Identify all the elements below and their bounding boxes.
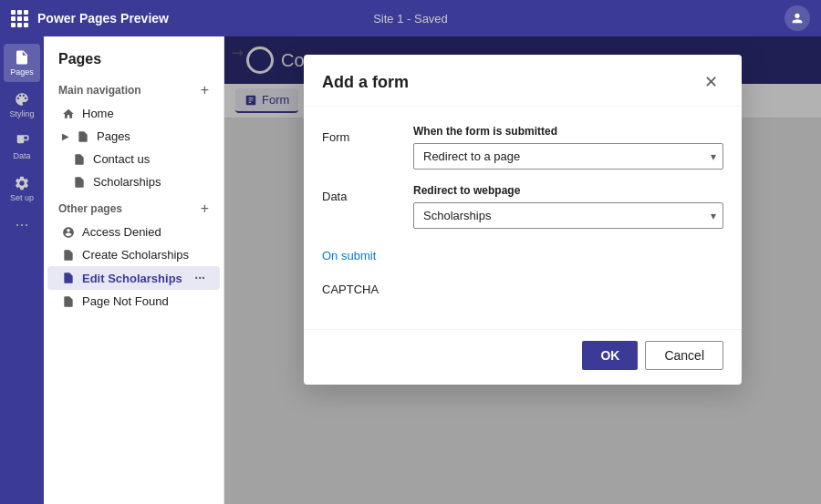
rail-styling-label: Styling [9,109,34,118]
sidebar-item-home-label: Home [82,107,114,120]
rail-data-label: Data [13,151,30,160]
form-row-form: Form When the form is submitted Redirect… [322,125,723,170]
app-title: Power Pages Preview [37,11,169,26]
icon-rail: Pages Styling Data Set up ··· [0,36,44,504]
form-label-data: Data [322,184,413,203]
form-field-when-submitted: When the form is submitted Redirect to a… [413,125,723,170]
other-pages-add-button[interactable]: + [201,201,209,217]
more-options-icon[interactable]: ··· [194,271,205,285]
sidebar-item-pages[interactable]: ▶ Pages [47,125,220,148]
rail-setup[interactable]: Set up [4,170,40,208]
scholarships-select-wrapper: ScholarshipsHomeContact usCreate Scholar… [413,202,723,229]
sidebar-item-scholarships[interactable]: Scholarships [47,170,220,193]
dialog-footer: OK Cancel [304,329,742,385]
content-area: ↗ Company name Home | Pages▾ | Contact u… [224,36,821,504]
main-layout: Pages Styling Data Set up ··· Pages Main… [0,36,821,504]
dialog-body: Form When the form is submitted Redirect… [304,107,742,329]
scholarships-select[interactable]: ScholarshipsHomeContact usCreate Scholar… [413,202,723,229]
sidebar-item-access-denied-label: Access Denied [82,225,161,239]
sidebar-item-create-scholarships[interactable]: Create Scholarships [47,243,220,266]
form-label-form: Form [322,125,413,144]
form-row-captcha: CAPTCHA [322,277,723,296]
form-row-on-submit: On submit [322,243,723,262]
rail-pages[interactable]: Pages [4,44,40,82]
main-nav-section: Main navigation + [44,75,223,102]
top-bar: Power Pages Preview Site 1 - Saved [0,0,821,36]
form-label-captcha: CAPTCHA [322,277,413,296]
sidebar-item-scholarships-label: Scholarships [93,175,161,189]
add-form-dialog: Add a form ✕ Form When the form is submi… [304,55,742,385]
sidebar-item-access-denied[interactable]: Access Denied [47,221,220,243]
dialog-header: Add a form ✕ [304,55,742,107]
chevron-right-icon: ▶ [62,131,69,141]
sidebar-item-page-not-found-label: Page Not Found [82,294,169,308]
dialog-title: Add a form [322,73,409,92]
rail-pages-label: Pages [10,67,34,77]
waffle-icon[interactable] [11,10,28,27]
other-pages-title: Other pages [58,202,122,215]
redirect-webpage-title: Redirect to webpage [413,184,723,197]
sidebar-item-home[interactable]: Home [47,102,220,125]
cancel-button[interactable]: Cancel [645,341,723,370]
rail-styling[interactable]: Styling [4,86,40,124]
sidebar-item-edit-scholarships-label: Edit Scholarships [82,272,182,285]
user-avatar[interactable] [785,5,810,31]
sidebar-item-edit-scholarships[interactable]: Edit Scholarships ··· [47,266,220,290]
sidebar-item-create-scholarships-label: Create Scholarships [82,248,189,262]
main-nav-add-button[interactable]: + [201,82,209,98]
sidebar-item-contact[interactable]: Contact us [47,148,220,170]
sidebar: Pages Main navigation + Home ▶ Pages Con… [44,36,224,504]
modal-overlay: Add a form ✕ Form When the form is submi… [224,36,821,504]
rail-data[interactable]: Data [4,128,40,166]
form-row-data: Data Redirect to webpage ScholarshipsHom… [322,184,723,229]
top-bar-left: Power Pages Preview [11,10,169,27]
sidebar-item-contact-label: Contact us [93,152,150,166]
sidebar-title: Pages [58,51,101,67]
site-status: Site 1 - Saved [373,12,448,26]
other-pages-section: Other pages + [44,193,223,221]
form-label-on-submit: On submit [322,243,413,262]
sidebar-item-pages-label: Pages [97,129,130,143]
sidebar-item-page-not-found[interactable]: Page Not Found [47,290,220,313]
main-nav-title: Main navigation [58,84,141,97]
sidebar-header: Pages [44,47,223,75]
top-bar-right [785,5,810,31]
rail-setup-label: Set up [10,193,34,202]
redirect-select-wrapper: Redirect to a pageStay on same pageRedir… [413,143,723,170]
dialog-close-button[interactable]: ✕ [698,69,723,95]
rail-more[interactable]: ··· [15,215,28,234]
when-submitted-title: When the form is submitted [413,125,723,138]
redirect-to-page-select[interactable]: Redirect to a pageStay on same pageRedir… [413,143,723,170]
form-field-redirect-webpage: Redirect to webpage ScholarshipsHomeCont… [413,184,723,229]
ok-button[interactable]: OK [582,341,638,370]
on-submit-link[interactable]: On submit [322,249,376,262]
